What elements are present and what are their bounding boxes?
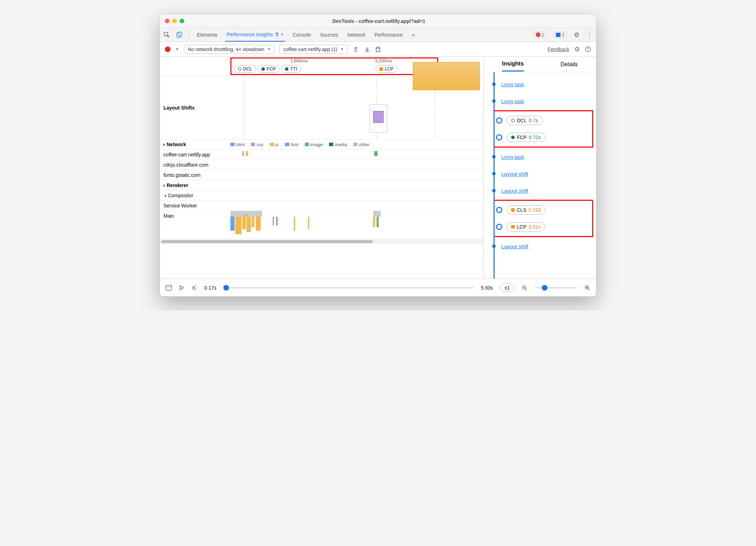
console-drawer-icon[interactable]: [166, 285, 172, 291]
section-network[interactable]: Network: [160, 139, 230, 149]
window-title: DevTools - coffee-cart.netlify.app/?ad=1: [187, 18, 571, 24]
feedback-link[interactable]: Feedback: [548, 46, 569, 52]
device-toggle-icon[interactable]: [176, 32, 182, 38]
playback-speed[interactable]: x1: [500, 284, 514, 292]
flame-graph[interactable]: ...: [230, 211, 483, 239]
dcl-metric[interactable]: DCL 0.7s: [507, 116, 543, 125]
section-renderer[interactable]: Renderer: [160, 180, 230, 190]
help-icon[interactable]: ?: [585, 46, 591, 52]
gear-icon[interactable]: ⚙: [574, 45, 580, 53]
chevron-down-icon: ▼: [340, 47, 344, 51]
traffic-close[interactable]: [165, 19, 169, 23]
gear-icon[interactable]: ⚙: [574, 32, 580, 38]
traffic-min[interactable]: [172, 19, 177, 23]
inspect-icon[interactable]: [163, 32, 170, 38]
tab-sources[interactable]: Sources: [318, 28, 339, 42]
svg-rect-2: [179, 32, 182, 36]
tab-elements[interactable]: Elements: [196, 28, 219, 42]
tabs-overflow[interactable]: »: [410, 28, 416, 42]
insights-toolbar: ▼ No network throttling, 4× slowdown▼ co…: [160, 42, 596, 57]
insight-link[interactable]: Layout shift: [501, 188, 528, 194]
insight-link[interactable]: Long task: [501, 98, 524, 104]
throttle-select[interactable]: No network throttling, 4× slowdown▼: [184, 45, 274, 54]
svg-rect-3: [376, 48, 380, 52]
fcp-metric[interactable]: FCP 0.72s: [507, 133, 545, 142]
tab-network[interactable]: Network: [346, 28, 367, 42]
insights-panel: Insights Details Long task Long task DCL…: [483, 57, 596, 279]
h-scrollbar[interactable]: [160, 239, 483, 244]
error-badge[interactable]: ×1: [533, 32, 547, 38]
message-badge[interactable]: 1: [553, 32, 567, 38]
insight-link[interactable]: Layout shift: [501, 243, 528, 249]
playback-slider[interactable]: [223, 287, 474, 288]
tab-details[interactable]: Details: [560, 58, 578, 71]
long-task-block[interactable]: [413, 62, 480, 90]
session-select[interactable]: coffee-cart.netlify.app (1)▼: [279, 45, 347, 54]
export-icon[interactable]: [353, 46, 359, 52]
error-icon: ×: [536, 32, 540, 37]
tab-insights[interactable]: Insights: [502, 57, 523, 72]
zoom-out-icon[interactable]: [521, 285, 528, 291]
record-menu-caret[interactable]: ▼: [175, 47, 179, 51]
net-host-0: coffee-cart.netlify.app: [160, 150, 230, 160]
row-main: Main: [160, 211, 230, 239]
download-icon[interactable]: [364, 46, 370, 52]
player-bar: 0.17s 5.93s x1: [160, 279, 596, 296]
traffic-max[interactable]: [180, 19, 184, 23]
message-icon: [556, 33, 560, 37]
delete-icon[interactable]: [375, 46, 381, 52]
screenshot-thumb[interactable]: [370, 104, 387, 132]
row-compositor[interactable]: Compositor: [160, 191, 230, 200]
row-service-worker: Service Worker: [160, 201, 230, 211]
highlight-box-cls-lcp: CLS 0.193 LCP 3.31s: [494, 200, 593, 237]
cls-metric[interactable]: CLS 0.193: [507, 205, 545, 215]
insight-link[interactable]: Long task: [501, 81, 524, 87]
section-layout-shifts: Layout Shifts: [160, 76, 230, 139]
zoom-in-icon[interactable]: [584, 285, 590, 291]
insight-link[interactable]: Long task: [501, 154, 524, 160]
tab-performance[interactable]: Performance: [373, 28, 404, 42]
flask-icon: ⚗: [274, 32, 279, 37]
net-host-1: cdnjs.cloudflare.com: [160, 160, 230, 170]
highlight-box-dcl-fcp: DCL 0.7s FCP 0.72s: [494, 110, 593, 148]
seek-start-icon[interactable]: [192, 285, 197, 291]
record-button[interactable]: [165, 46, 171, 52]
svg-text:?: ?: [587, 47, 589, 51]
tab-close-icon[interactable]: ×: [281, 32, 284, 37]
zoom-slider[interactable]: [535, 287, 577, 288]
lcp-metric[interactable]: LCP 3.31s: [507, 222, 545, 231]
player-end-time: 5.93s: [481, 285, 493, 291]
main-tabbar: Elements Performance insights ⚗× Console…: [160, 28, 596, 42]
timeline-panel: 1,600ms 3,200ms DCL FCP TTI LCP Layout S…: [160, 57, 483, 279]
highlight-box-timeline: [230, 57, 438, 75]
play-icon[interactable]: [179, 285, 185, 291]
chevron-down-icon: ▼: [267, 47, 271, 51]
svg-rect-6: [166, 285, 172, 290]
devtools-window: DevTools - coffee-cart.netlify.app/?ad=1…: [160, 14, 596, 297]
tab-performance-insights[interactable]: Performance insights ⚗×: [225, 28, 285, 42]
player-start-time: 0.17s: [204, 285, 216, 291]
more-menu-icon[interactable]: ⋮: [586, 32, 593, 38]
titlebar: DevTools - coffee-cart.netlify.app/?ad=1: [160, 14, 596, 28]
tab-console[interactable]: Console: [291, 28, 312, 42]
net-host-2: fonts.gstatic.com: [160, 170, 230, 180]
insight-link[interactable]: Layout shift: [501, 171, 528, 177]
